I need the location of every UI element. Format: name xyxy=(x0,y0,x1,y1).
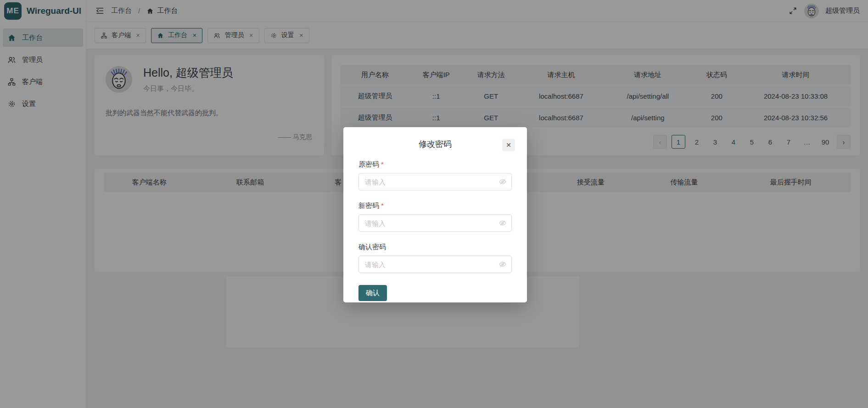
confirm-password-input[interactable] xyxy=(358,256,512,273)
change-password-modal: 修改密码 ✕ 原密码* 新密码* 确认密码 xyxy=(343,127,527,302)
new-password-label: 新密码 xyxy=(358,201,379,209)
new-password-input[interactable] xyxy=(358,214,512,232)
eye-off-icon[interactable] xyxy=(498,219,507,227)
confirm-password-field-group: 确认密码 xyxy=(358,243,512,273)
old-password-label: 原密码 xyxy=(358,160,379,168)
close-icon[interactable]: ✕ xyxy=(502,139,515,151)
old-password-input[interactable] xyxy=(358,173,512,190)
confirm-button[interactable]: 确认 xyxy=(358,285,387,301)
confirm-password-label: 确认密码 xyxy=(358,243,386,251)
modal-title: 修改密码 xyxy=(358,139,512,149)
wireguard-ui-app: ME Wireguard-UI 工作台 管理员 客户端 设置 xyxy=(0,0,868,408)
field-label: 确认密码 xyxy=(358,243,512,252)
eye-off-icon[interactable] xyxy=(498,178,507,186)
eye-off-icon[interactable] xyxy=(498,260,507,268)
old-password-field-group: 原密码* xyxy=(358,160,512,190)
new-password-field-group: 新密码* xyxy=(358,201,512,232)
required-asterisk: * xyxy=(381,160,384,168)
field-label: 新密码* xyxy=(358,201,512,210)
field-label: 原密码* xyxy=(358,160,512,169)
required-asterisk: * xyxy=(381,201,384,209)
